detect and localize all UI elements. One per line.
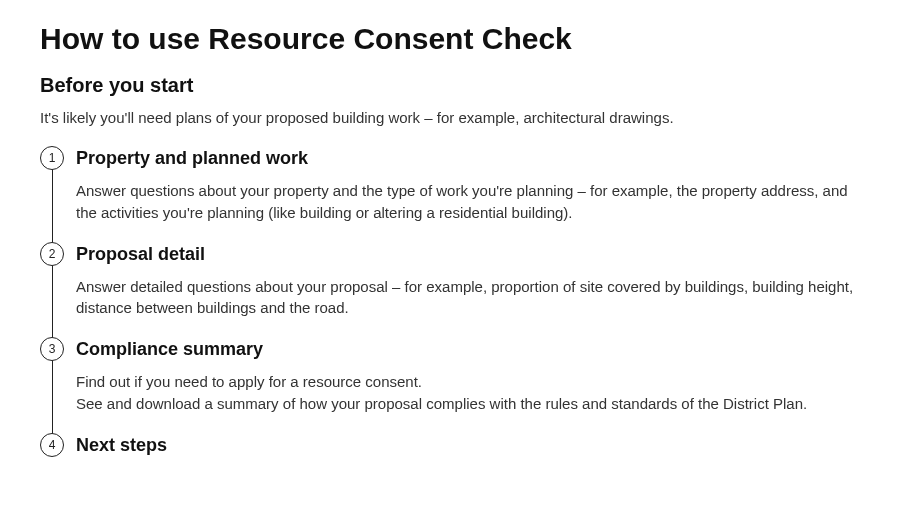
- steps-list: 1 Property and planned work Answer quest…: [40, 146, 860, 457]
- step-4: 4 Next steps: [76, 433, 860, 457]
- page: How to use Resource Consent Check Before…: [0, 0, 900, 530]
- before-you-start-heading: Before you start: [40, 74, 860, 97]
- step-2: 2 Proposal detail Answer detailed questi…: [76, 242, 860, 320]
- step-title: Proposal detail: [76, 242, 860, 266]
- step-body: Find out if you need to apply for a reso…: [76, 371, 860, 415]
- step-title: Property and planned work: [76, 146, 860, 170]
- step-number-badge: 4: [40, 433, 64, 457]
- page-title: How to use Resource Consent Check: [40, 22, 860, 56]
- step-number-badge: 1: [40, 146, 64, 170]
- step-title: Next steps: [76, 433, 860, 457]
- step-number-badge: 2: [40, 242, 64, 266]
- step-number-badge: 3: [40, 337, 64, 361]
- step-1: 1 Property and planned work Answer quest…: [76, 146, 860, 224]
- before-you-start-body: It's likely you'll need plans of your pr…: [40, 107, 860, 128]
- step-body: Answer questions about your property and…: [76, 180, 860, 224]
- step-body: Answer detailed questions about your pro…: [76, 276, 860, 320]
- step-3: 3 Compliance summary Find out if you nee…: [76, 337, 860, 415]
- step-title: Compliance summary: [76, 337, 860, 361]
